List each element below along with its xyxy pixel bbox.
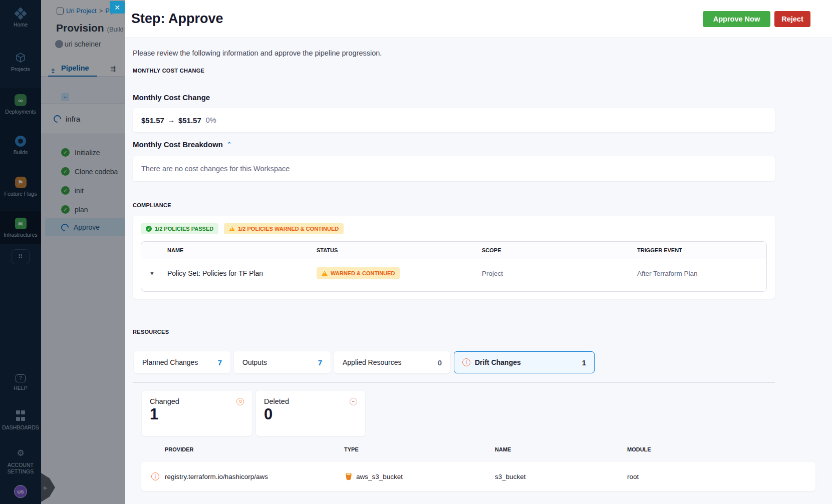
tab-label: Outputs (242, 358, 267, 366)
divider (133, 382, 775, 383)
warning-triangle-icon (322, 271, 328, 276)
deleted-counter-card: Deleted − 0 (256, 391, 365, 436)
chevron-up-icon: ⌃ (227, 141, 231, 148)
section-label-resources: RESOURCES (133, 329, 169, 335)
warned-continued-status-badge: WARNED & CONTINUED (317, 267, 400, 279)
policies-warned-badge: 1/2 POLICIES WARNED & CONTINUED (224, 223, 344, 234)
deleted-minus-icon: − (350, 398, 357, 405)
passed-badge-label: 1/2 POLICIES PASSED (155, 226, 213, 232)
policy-set-name: Policy Set: Policies for TF Plan (167, 269, 317, 277)
tab-count: 1 (582, 358, 586, 367)
monthly-cost-change-title: Monthly Cost Change (133, 93, 210, 102)
cost-from: $51.57 (141, 116, 164, 125)
col-header-module: MODULE (627, 446, 815, 452)
no-cost-changes-message: There are no cost changes for this Works… (141, 165, 290, 173)
reject-button[interactable]: Reject (774, 11, 810, 27)
status-badge-label: WARNED & CONTINUED (331, 270, 395, 276)
tab-planned-changes[interactable]: Planned Changes 7 (134, 351, 230, 373)
policy-table-header: NAME STATUS SCOPE TRIGGER EVENT (141, 242, 766, 259)
tab-label: Applied Resources (343, 358, 402, 366)
resource-type: aws_s3_bucket (356, 473, 403, 480)
approve-step-drawer: ✕ Step: Approve Approve Now Reject Pleas… (125, 0, 832, 504)
section-label-compliance: COMPLIANCE (133, 202, 171, 208)
col-header-scope: SCOPE (482, 247, 637, 253)
changed-counter-card: Changed 1 (142, 391, 252, 436)
resource-table-header: PROVIDER TYPE NAME MODULE (141, 446, 815, 453)
changed-target-icon (236, 398, 244, 405)
monthly-cost-breakdown-title: Monthly Cost Breakdown (133, 140, 223, 149)
arrow-right-icon: → (168, 116, 175, 124)
policy-table-row[interactable]: ▼ Policy Set: Policies for TF Plan WARNE… (141, 259, 766, 287)
tab-drift-changes[interactable]: i Drift Changes 1 (454, 351, 595, 373)
tab-count: 7 (318, 358, 322, 367)
col-header-status: STATUS (317, 247, 482, 253)
warning-triangle-icon (229, 226, 235, 231)
col-header-trigger-event: TRIGGER EVENT (637, 247, 766, 253)
cost-breakdown-toggle[interactable]: Monthly Cost Breakdown ⌃ (133, 140, 231, 149)
policy-table: NAME STATUS SCOPE TRIGGER EVENT ▼ Policy… (141, 241, 767, 292)
tab-outputs[interactable]: Outputs 7 (234, 351, 331, 373)
tab-label: Drift Changes (475, 358, 521, 366)
resource-module: root (627, 473, 815, 480)
drawer-title: Step: Approve (131, 11, 223, 27)
col-header-name: NAME (167, 247, 317, 253)
policy-trigger-event: After Terraform Plan (637, 270, 766, 277)
cost-to: $51.57 (178, 116, 201, 125)
tab-count: 7 (218, 358, 222, 367)
close-icon[interactable]: ✕ (110, 1, 125, 14)
cost-breakdown-empty-card: There are no cost changes for this Works… (133, 156, 775, 181)
tab-applied-resources[interactable]: Applied Resources 0 (334, 351, 450, 373)
cost-change-card: $51.57 → $51.57 0% (133, 108, 775, 132)
policy-scope: Project (482, 270, 637, 277)
resource-table-row[interactable]: i registry.terraform.io/hashicorp/aws aw… (141, 462, 815, 491)
col-header-provider: PROVIDER (165, 446, 344, 452)
policies-passed-badge: ✓ 1/2 POLICIES PASSED (141, 223, 218, 234)
warned-badge-label: 1/2 POLICIES WARNED & CONTINUED (238, 226, 339, 232)
check-circle-icon: ✓ (146, 226, 152, 232)
tab-label: Planned Changes (142, 358, 198, 366)
tab-count: 0 (438, 358, 442, 367)
deleted-count: 0 (264, 406, 357, 422)
col-header-type: TYPE (344, 446, 495, 452)
modal-dim-overlay[interactable] (0, 0, 125, 504)
section-label-monthly-cost: MONTHLY COST CHANGE (133, 68, 204, 74)
approve-now-button[interactable]: Approve Now (703, 11, 770, 27)
resource-name: s3_bucket (495, 473, 627, 480)
col-header-name: NAME (495, 446, 627, 452)
chevron-down-icon[interactable]: ▼ (149, 270, 167, 276)
changed-count: 1 (150, 406, 244, 422)
counter-label: Deleted (264, 397, 289, 405)
compliance-card: ✓ 1/2 POLICIES PASSED 1/2 POLICIES WARNE… (133, 216, 775, 299)
drift-warning-icon: i (151, 472, 159, 480)
drawer-header: Step: Approve Approve Now Reject (125, 0, 832, 38)
resource-provider: registry.terraform.io/hashicorp/aws (165, 473, 344, 480)
drift-warning-icon: i (462, 358, 470, 366)
s3-bucket-icon (344, 472, 353, 481)
counter-label: Changed (150, 397, 179, 405)
cost-percent: 0% (206, 116, 216, 124)
app-root: Home Projects ∞ Deployments Builds ⚑ Fea… (0, 0, 832, 504)
drawer-body: Please review the following information … (125, 38, 832, 504)
resource-tabs: Planned Changes 7 Outputs 7 Applied Reso… (134, 351, 595, 373)
review-instructions: Please review the following information … (133, 49, 382, 57)
